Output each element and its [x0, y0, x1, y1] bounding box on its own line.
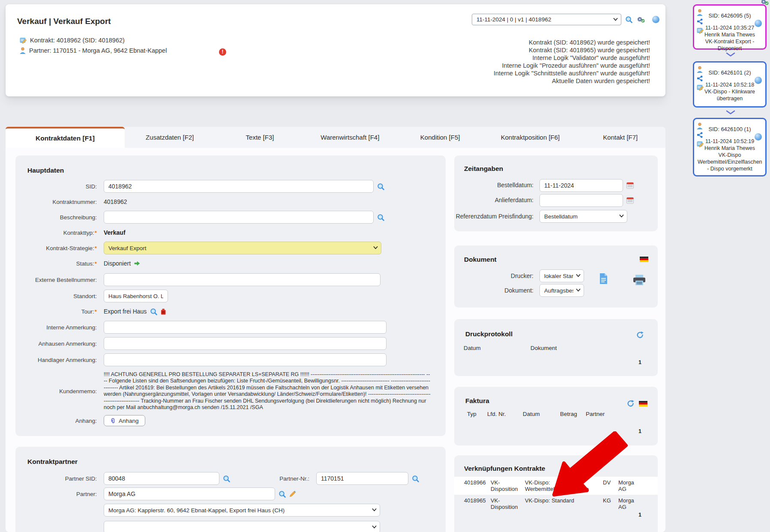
tab-content: Hauptdaten SID: Kontraktnummer: 4018962 …	[6, 148, 665, 532]
tab-texte[interactable]: Texte [F3]	[215, 127, 305, 148]
field-row-sid: SID:	[15, 179, 446, 194]
status-message: Kontrakt (SID: 4018962) wurde gespeicher…	[491, 39, 650, 46]
history-card[interactable]: SID: 6426095 (5) 11-11-2024 10:35:27 Hen…	[693, 4, 767, 50]
version-row: 11-11-2024 | 0 | v1 | 4018962	[472, 14, 659, 25]
beschreibung-input[interactable]	[104, 211, 374, 224]
search-icon[interactable]	[377, 183, 384, 190]
info-sphere-icon[interactable]	[755, 133, 762, 140]
tab-bar: Kontraktdaten [F1] Zusatzdaten [F2] Text…	[6, 127, 665, 148]
chevron-down-icon[interactable]	[726, 52, 735, 57]
referenzdatum-select[interactable]: Bestelldatum	[540, 210, 627, 222]
document-edit-icon[interactable]	[697, 84, 704, 91]
search-icon[interactable]	[150, 308, 157, 315]
calendar-icon[interactable]	[626, 182, 634, 189]
share-icon[interactable]	[697, 18, 703, 24]
tab-zusatzdaten[interactable]: Zusatzdaten [F2]	[125, 127, 215, 148]
bestelldatum-input[interactable]	[539, 179, 623, 192]
print-icon[interactable]	[633, 275, 646, 286]
field-row-referenzdatum: Referenzdatum Preisfindung: Bestelldatum	[454, 208, 658, 225]
kontrakt-line: Kontrakt: 4018962 (SID: 4018962)	[20, 35, 167, 45]
search-icon[interactable]	[412, 475, 419, 482]
field-row-handlager-anmerkung: Handlager Anmerkung:	[15, 352, 446, 368]
partner-sid-input[interactable]	[104, 472, 219, 485]
person-icon[interactable]	[697, 9, 703, 16]
person-icon[interactable]	[697, 123, 703, 129]
externe-bestellnummer-input[interactable]	[104, 273, 381, 286]
field-label: Bestelldatum:	[454, 182, 533, 189]
column-header: Datum	[464, 345, 530, 351]
document-edit-icon[interactable]	[697, 140, 704, 147]
referenzdatum-select-wrap: Bestelldatum	[539, 210, 627, 223]
search-icon[interactable]	[377, 214, 384, 221]
search-icon[interactable]	[625, 16, 632, 23]
refresh-icon[interactable]	[636, 331, 644, 339]
handlager-anmerkung-input[interactable]	[104, 353, 386, 366]
calendar-icon[interactable]	[626, 197, 634, 204]
status-message: Kontrakt (SID: 4018965) wurde gespeicher…	[491, 46, 650, 54]
field-label: Standort:	[15, 293, 97, 299]
history-card[interactable]: SID: 6426101 (2) 11-11-2024 10:52:18 VK-…	[693, 61, 767, 108]
interne-anmerkung-input[interactable]	[104, 321, 386, 334]
anlieferdatum-input[interactable]	[539, 194, 623, 207]
drucker-select[interactable]: lokaler Stan	[540, 270, 584, 282]
card-timestamp: 11-11-2024 10:52:18	[694, 81, 765, 88]
search-icon[interactable]	[279, 490, 286, 498]
field-label: Status:*	[15, 260, 97, 267]
person-icon[interactable]	[697, 66, 703, 73]
kontrakt-text: Kontrakt: 4018962 (SID: 4018962)	[30, 37, 125, 44]
anhang-button[interactable]: Anhang	[104, 415, 145, 426]
field-row-anlieferdatum: Anlieferdatum:	[454, 193, 658, 208]
settings-gears-icon[interactable]	[636, 16, 645, 23]
field-label: Anhang:	[15, 418, 97, 424]
document-edit-icon[interactable]	[697, 27, 704, 34]
field-row-kundenmemo: Kundenmemo: !!!! ACHTUNG GENERELL PRO BE…	[15, 368, 446, 414]
row-sid: 4018966	[464, 479, 491, 492]
delete-icon[interactable]	[161, 308, 166, 315]
field-row-partner-address: Morga AG: Kapplerstr. 60, 9642 Ebnat-Kap…	[15, 502, 446, 519]
version-select[interactable]: 11-11-2024 | 0 | v1 | 4018962	[472, 14, 621, 25]
share-icon[interactable]	[697, 75, 703, 81]
history-card[interactable]: SID: 6426100 (1) 11-11-2024 10:52:19 Hen…	[693, 118, 767, 176]
document-icon[interactable]	[599, 273, 608, 284]
standort-input[interactable]	[104, 290, 168, 302]
edit-pencil-icon[interactable]	[289, 490, 296, 497]
page-number[interactable]: 1	[638, 428, 641, 434]
sid-input[interactable]	[104, 180, 374, 193]
field-row-partner-address2	[15, 519, 446, 532]
tab-kontraktdaten[interactable]: Kontraktdaten [F1]	[6, 127, 125, 148]
partner-nr-input[interactable]	[316, 472, 408, 485]
partner-address2-select[interactable]	[104, 521, 380, 532]
card-description: VK-Kontrakt Export - Disponiert	[694, 38, 765, 52]
anhausen-anmerkung-input[interactable]	[104, 337, 386, 350]
tab-kontraktposition[interactable]: Kontraktposition [F6]	[485, 127, 575, 148]
info-sphere-icon[interactable]	[755, 77, 762, 84]
search-icon[interactable]	[223, 475, 230, 482]
partner-input[interactable]	[104, 487, 275, 500]
arrow-right-icon[interactable]	[134, 261, 140, 266]
tab-kontakt[interactable]: Kontakt [F7]	[575, 127, 665, 148]
tab-kondition[interactable]: Kondition [F5]	[395, 127, 485, 148]
share-icon[interactable]	[697, 132, 703, 138]
refresh-icon[interactable]	[627, 400, 635, 407]
page-number[interactable]: 1	[638, 359, 641, 365]
info-sphere-icon[interactable]	[652, 16, 659, 23]
field-label: Interne Anmerkung:	[15, 324, 97, 331]
column-header: Partner	[586, 411, 605, 417]
field-row-drucker: Drucker: lokaler Stan	[454, 269, 658, 283]
dokument-select[interactable]: Auftragsbes	[540, 284, 584, 296]
chevron-down-icon[interactable]	[726, 110, 735, 115]
strategie-select[interactable]: Verkauf Export	[104, 242, 381, 254]
field-label: Dokument:	[454, 287, 533, 294]
field-row-anhang: Anhang: Anhang	[15, 414, 446, 427]
card-timestamp: 11-11-2024 10:35:27	[694, 24, 765, 31]
field-label: Kontrakt-Strategie:*	[15, 245, 97, 251]
row-sid: 4018965	[464, 497, 491, 510]
card-sid: SID: 6426095 (5)	[694, 12, 765, 19]
page-number[interactable]: 1	[638, 512, 641, 518]
kontraktnummer-value: 4018962	[104, 198, 127, 205]
info-sphere-icon[interactable]	[755, 20, 762, 27]
partner-address-select[interactable]: Morga AG: Kapplerstr. 60, 9642 Ebnat-Kap…	[104, 504, 380, 516]
alert-icon: !	[219, 48, 226, 56]
section-title: Kontraktpartner	[27, 458, 446, 466]
tab-warenwirtschaft[interactable]: Warenwirtschaft [F4]	[305, 127, 395, 148]
